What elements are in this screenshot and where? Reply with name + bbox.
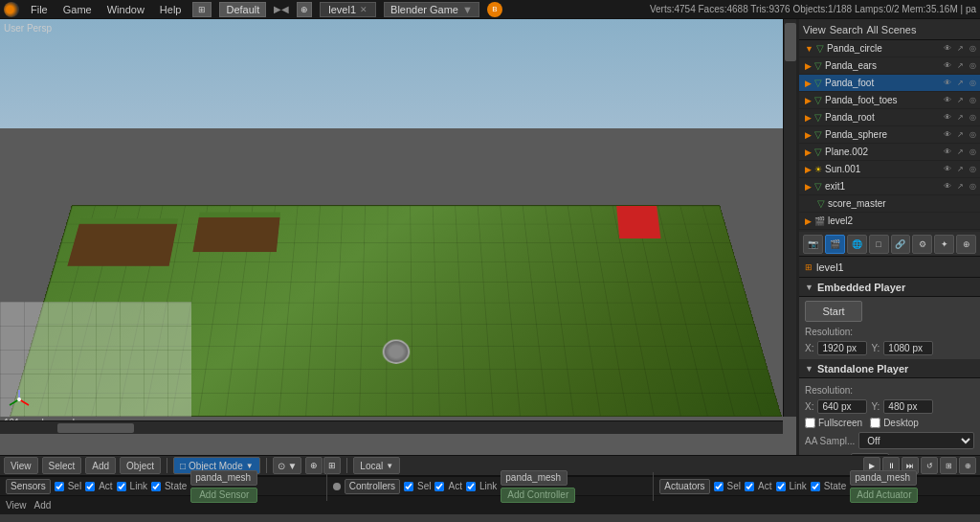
menu-game[interactable]: Game xyxy=(59,4,96,15)
ctrl-link-check[interactable] xyxy=(466,482,476,491)
outliner-view[interactable]: View xyxy=(803,24,826,35)
embedded-title: Embedded Player xyxy=(817,282,905,293)
standalone-player-header[interactable]: ▼ Standalone Player xyxy=(799,359,980,378)
sensors-sel-label: Sel xyxy=(68,481,81,491)
embedded-player-content: Start Resolution: X: 1920 px Y: 1080 px xyxy=(799,297,980,359)
sensors-state-check[interactable] xyxy=(151,482,161,491)
outliner-item-panda-foot-toes[interactable]: ▶ ▽ Panda_foot_toes 👁↗◎ xyxy=(799,92,980,109)
sensors-act-check[interactable] xyxy=(85,482,95,491)
sensors-add-btn[interactable]: Add Sensor xyxy=(190,488,257,503)
standalone-x-label: X: xyxy=(805,401,813,412)
standalone-res-row: X: 640 px Y: 480 px xyxy=(805,399,974,414)
act-link-check[interactable] xyxy=(776,482,786,491)
outliner-item-sun[interactable]: ▶ ☀ Sun.001 👁↗◎ xyxy=(799,161,980,178)
prop-btn-particles[interactable]: ✦ xyxy=(934,235,954,254)
desktop-check[interactable]: Desktop xyxy=(870,418,919,428)
prop-toolbar: 📷 🎬 🌐 □ 🔗 ⚙ ✦ ⊕ xyxy=(799,232,980,257)
prop-btn-modifier[interactable]: ⚙ xyxy=(912,235,932,254)
engine-select[interactable]: Blender Game ▼ xyxy=(384,2,479,17)
act-sel-check[interactable] xyxy=(714,482,724,491)
outliner-item-panda-ears[interactable]: ▶ ▽ Panda_ears 👁↗◎ xyxy=(799,57,980,75)
embedded-x-label: X: xyxy=(805,343,813,353)
ctrl-add-btn[interactable]: Add Controller xyxy=(501,488,575,503)
outliner-item-level2[interactable]: ▶ 🎬 level2 xyxy=(799,213,980,230)
sensors-mesh-input[interactable]: panda_mesh xyxy=(190,470,257,486)
standalone-y-field[interactable]: 480 px xyxy=(883,399,933,414)
blender-version-icon: B xyxy=(487,2,502,17)
ctrl-act-check[interactable] xyxy=(434,482,444,491)
prop-btn-physics[interactable]: ⊕ xyxy=(956,235,976,254)
node-bar: Sensors Sel Act Link State panda_mesh Ad… xyxy=(0,476,980,495)
prop-btn-world[interactable]: 🌐 xyxy=(847,235,867,254)
status-add[interactable]: Add xyxy=(34,500,52,511)
outliner-item-panda-circle[interactable]: ▼ ▽ Panda_circle 👁 ↗ ◎ xyxy=(799,40,980,57)
fullscreen-check[interactable]: Fullscreen xyxy=(805,418,862,428)
aa-select[interactable]: Off 2x4x8x xyxy=(858,432,974,449)
sensors-section: Sensors Sel Act Link State panda_mesh Ad… xyxy=(6,470,321,503)
outliner-scenes[interactable]: All Scenes xyxy=(867,24,917,35)
blender-logo xyxy=(4,2,19,17)
level-badge[interactable]: level1 ✕ xyxy=(320,2,376,17)
outliner-item-panda-foot[interactable]: ▶ ▽ Panda_foot 👁↗◎ xyxy=(799,75,980,92)
outliner-item-plane[interactable]: ▶ ▽ Plane.002 👁↗◎ xyxy=(799,144,980,161)
terrain-block-2 xyxy=(192,213,280,253)
standalone-x-field[interactable]: 640 px xyxy=(817,399,867,414)
prop-btn-scene[interactable]: 🎬 xyxy=(825,235,845,254)
standalone-options: Fullscreen Desktop xyxy=(805,418,974,428)
prop-scene-name: ⊞ level1 xyxy=(799,257,980,278)
prop-btn-constraints[interactable]: 🔗 xyxy=(891,235,911,254)
status-view[interactable]: View xyxy=(6,500,27,511)
viewport-scrollbar-h[interactable] xyxy=(0,420,783,434)
embedded-player-header[interactable]: ▼ Embedded Player xyxy=(799,278,980,297)
menu-help[interactable]: Help xyxy=(156,4,186,15)
scene-type-icon: ⊞ xyxy=(805,262,813,272)
viewport-3d[interactable]: User Persp 101:panda_mesh xyxy=(0,19,798,455)
sensors-sel-check[interactable] xyxy=(55,482,64,491)
standalone-arrow: ▼ xyxy=(805,364,813,374)
stats-bar: Verts:4754 Faces:4688 Tris:9376 Objects:… xyxy=(650,4,976,14)
outliner-search[interactable]: Search xyxy=(830,24,863,35)
ctrl-mesh-input[interactable]: panda_mesh xyxy=(501,470,568,486)
prop-btn-render[interactable]: 📷 xyxy=(803,235,823,254)
start-button[interactable]: Start xyxy=(805,301,862,322)
act-act-check[interactable] xyxy=(745,482,754,491)
act-state-check[interactable] xyxy=(811,482,820,491)
scene-name-label: level1 xyxy=(816,261,844,273)
act-mesh-input[interactable]: panda_mesh xyxy=(850,470,917,486)
embedded-x-field[interactable]: 1920 px xyxy=(817,341,867,355)
viewport-scrollbar-v[interactable] xyxy=(783,19,796,417)
outliner-item-panda-sphere[interactable]: ▶ ▽ Panda_sphere 👁↗◎ xyxy=(799,126,980,144)
axes-widget xyxy=(6,386,33,413)
act-add-btn[interactable]: Add Actuator xyxy=(850,488,918,503)
scene-icon: ⊕ xyxy=(297,2,312,17)
outliner-item-exit1[interactable]: ▶ ▽ exit1 👁↗◎ xyxy=(799,178,980,195)
sensors-link-check[interactable] xyxy=(117,482,126,491)
ctrl-dot[interactable] xyxy=(333,483,341,490)
standalone-player-content: Resolution: X: 640 px Y: 480 px Fullscre… xyxy=(799,378,980,455)
embedded-y-field[interactable]: 1080 px xyxy=(883,341,933,355)
menu-file[interactable]: File xyxy=(27,4,52,15)
top-bar: File Game Window Help ⊞ Default ▶◀ ⊕ lev… xyxy=(0,0,980,19)
node-sep-1 xyxy=(326,472,327,501)
standalone-title: Standalone Player xyxy=(817,363,908,374)
standalone-res-label: Resolution: xyxy=(805,385,853,396)
default-badge[interactable]: Default xyxy=(219,2,266,17)
aa-label: AA Sampl... xyxy=(805,436,855,446)
character xyxy=(382,339,410,363)
cursor-icon: ↗ xyxy=(954,44,966,53)
controllers-dropdown[interactable]: Controllers xyxy=(345,479,400,494)
outliner-item-score-master[interactable]: ▽ score_master xyxy=(799,195,980,213)
menu-window[interactable]: Window xyxy=(103,4,148,15)
standalone-y-label: Y: xyxy=(871,401,880,412)
outliner-item-panda-root[interactable]: ▶ ▽ Panda_root 👁↗◎ xyxy=(799,109,980,126)
sensors-state-label: State xyxy=(165,481,187,491)
bitdepth-field[interactable]: 32 xyxy=(851,453,889,455)
actuators-dropdown[interactable]: Actuators xyxy=(659,479,709,494)
sensors-dropdown[interactable]: Sensors xyxy=(6,479,51,494)
prop-btn-object[interactable]: □ xyxy=(869,235,889,254)
main-area: User Persp 101:panda_mesh View Search Al… xyxy=(0,19,980,455)
embedded-y-label: Y: xyxy=(871,343,880,353)
ctrl-sel-check[interactable] xyxy=(404,482,413,491)
sensors-link-label: Link xyxy=(130,481,147,491)
render-icon: ◎ xyxy=(967,44,978,53)
